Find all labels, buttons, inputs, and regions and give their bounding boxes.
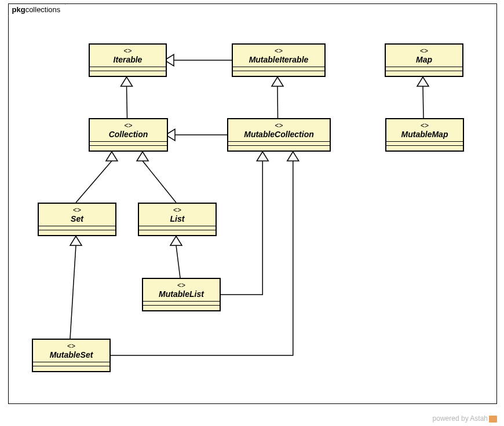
- astah-logo-icon: [489, 416, 497, 423]
- separator: [233, 71, 324, 76]
- stereotype: <>: [139, 206, 216, 214]
- interface-name: List: [139, 214, 216, 223]
- stereotype: <>: [90, 122, 167, 130]
- uml-interface-mutableList: <>MutableList: [142, 278, 221, 311]
- uml-interface-mutableMap: <>MutableMap: [385, 118, 464, 152]
- separator: [386, 71, 462, 76]
- stereotype: <>: [228, 122, 330, 130]
- stereotype: <>: [143, 281, 220, 289]
- separator: [139, 226, 216, 230]
- separator: [90, 141, 167, 145]
- stereotype: <>: [39, 206, 115, 214]
- separator: [90, 67, 166, 71]
- uml-interface-set: <>Set: [38, 203, 116, 236]
- separator: [143, 305, 220, 310]
- stereotype: <>: [233, 47, 324, 55]
- uml-interface-mutableSet: <>MutableSet: [32, 339, 111, 372]
- separator: [39, 226, 115, 230]
- separator: [386, 141, 463, 145]
- separator: [33, 366, 109, 371]
- interface-name: Collection: [90, 130, 167, 139]
- separator: [233, 67, 324, 71]
- separator: [39, 230, 115, 235]
- interface-name: Iterable: [90, 55, 166, 64]
- interface-name: Set: [39, 214, 115, 223]
- uml-interface-map: <>Map: [385, 43, 463, 77]
- stereotype: <>: [33, 342, 109, 350]
- interface-name: MutableSet: [33, 350, 109, 359]
- interface-name: MutableCollection: [228, 130, 330, 139]
- separator: [90, 145, 167, 150]
- footer-text: powered by Astah: [433, 414, 488, 423]
- stereotype: <>: [90, 47, 166, 55]
- uml-interface-mutableIterable: <>MutableIterable: [232, 43, 326, 77]
- interface-name: MutableList: [143, 289, 220, 299]
- stereotype: <>: [386, 47, 462, 55]
- separator: [90, 71, 166, 76]
- footer-credit: powered by Astah: [433, 414, 497, 423]
- stereotype: <>: [386, 122, 463, 130]
- separator: [386, 67, 462, 71]
- interface-name: Map: [386, 55, 462, 64]
- diagram-canvas: pkgcollections <>Iterable<>MutableIterab…: [0, 0, 504, 426]
- uml-interface-collection: <>Collection: [89, 118, 168, 152]
- uml-interface-mutableCollection: <>MutableCollection: [227, 118, 331, 152]
- separator: [143, 301, 220, 305]
- separator: [228, 145, 330, 150]
- separator: [139, 230, 216, 235]
- interface-name: MutableMap: [386, 130, 463, 139]
- uml-interface-iterable: <>Iterable: [89, 43, 167, 77]
- separator: [386, 145, 463, 150]
- separator: [228, 141, 330, 145]
- interface-name: MutableIterable: [233, 55, 324, 64]
- uml-interface-list: <>List: [138, 203, 217, 236]
- separator: [33, 362, 109, 366]
